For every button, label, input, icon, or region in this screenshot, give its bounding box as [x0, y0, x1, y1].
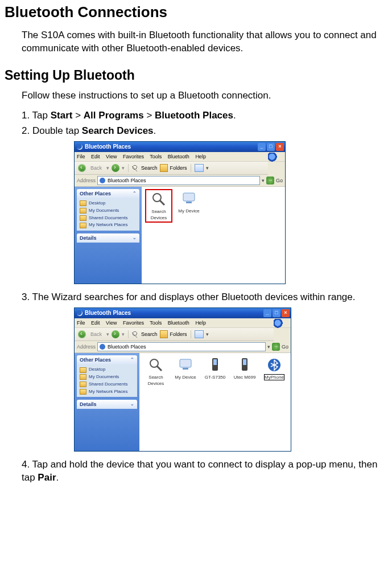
maximize-button[interactable]: □ [273, 309, 280, 317]
step-1: 1. Tap Start > All Programs > Bluetooth … [22, 109, 387, 122]
back-button[interactable]: Back [88, 163, 104, 173]
bluetooth-device-icon [266, 356, 283, 374]
menu-file[interactable]: File [77, 154, 85, 159]
minimize-button[interactable]: _ [263, 309, 271, 317]
addressbar: Address Bluetooth Places ▾ → Go [75, 175, 285, 187]
chevron-down-icon: ⌄ [130, 401, 134, 408]
section-title: Setting Up Bluetooth [5, 68, 387, 83]
toolbar-folders[interactable]: Folders [170, 331, 187, 338]
step-4: 4. Tap and hold the device that you want… [22, 458, 387, 485]
toolbar-search[interactable]: Search [141, 165, 158, 171]
chevron-up-icon: ⌃ [130, 357, 134, 363]
content-area: Search Devices My Device GT-S7350 [139, 353, 291, 451]
device-myphone[interactable]: MyPhone [262, 356, 286, 381]
panel-details[interactable]: Details ⌄ [77, 233, 139, 243]
chevron-up-icon: ⌃ [133, 191, 137, 197]
menu-bluetooth[interactable]: Bluetooth [168, 320, 189, 326]
device-my[interactable]: My Device [174, 356, 197, 381]
step-3: 3. The Wizard searches for and displays … [22, 291, 387, 304]
menu-view[interactable]: View [106, 154, 117, 159]
menu-help[interactable]: Help [195, 320, 206, 326]
device-my[interactable]: My Device [177, 190, 201, 215]
search-icon [132, 331, 139, 338]
step-2: 2. Double tap Search Devices. [22, 125, 387, 138]
toolbar-folders[interactable]: Folders [170, 165, 187, 171]
sidebar-item-shared[interactable]: Shared Documents [80, 381, 134, 388]
sidebar: Other Places ⌃ Desktop My Documents Shar… [75, 187, 142, 284]
sidebar-item-mydocs[interactable]: My Documents [80, 207, 137, 215]
device-phone-2[interactable]: Utec M699 [233, 356, 257, 381]
address-label: Address [77, 343, 96, 350]
folders-icon [160, 164, 168, 172]
close-button[interactable]: × [276, 143, 284, 151]
go-button[interactable]: → [266, 177, 274, 184]
toolbar-search[interactable]: Search [141, 331, 158, 338]
page-title: Bluetooth Connections [5, 3, 387, 21]
svg-point-4 [150, 359, 158, 367]
menubar: File Edit View Favorites Tools Bluetooth… [75, 152, 285, 162]
menu-edit[interactable]: Edit [91, 154, 100, 159]
menu-file[interactable]: File [77, 320, 85, 326]
close-button[interactable]: × [282, 309, 290, 317]
menu-edit[interactable]: Edit [91, 320, 100, 326]
phone-icon [207, 356, 224, 374]
menu-tools[interactable]: Tools [150, 320, 162, 326]
window-title: Bluetooth Places [85, 309, 262, 317]
search-devices-icon [150, 191, 167, 208]
panel-other-places[interactable]: Other Places ⌃ [77, 189, 139, 198]
svg-rect-3 [186, 202, 192, 203]
sidebar: Other Places ⌃ Desktop My Documents Shar… [75, 353, 139, 451]
app-icon [77, 144, 82, 150]
svg-rect-2 [183, 193, 195, 201]
device-search[interactable]: Search Devices [144, 356, 168, 387]
my-device-icon [180, 190, 197, 207]
app-icon [77, 310, 82, 316]
address-label: Address [77, 177, 96, 184]
views-icon[interactable] [195, 164, 204, 172]
svg-line-1 [160, 200, 164, 205]
search-icon [132, 165, 139, 171]
menu-favorites[interactable]: Favorites [123, 154, 144, 159]
toolbar: Back ▾ ▾ Search Folders ▾ [75, 162, 268, 175]
device-search[interactable]: Search Devices [146, 190, 171, 222]
sidebar-item-desktop[interactable]: Desktop [80, 366, 134, 374]
device-phone-1[interactable]: GT-S7350 [203, 356, 227, 381]
search-devices-icon [147, 356, 164, 374]
sidebar-item-desktop[interactable]: Desktop [80, 200, 137, 207]
go-button[interactable]: → [272, 343, 280, 351]
panel-details[interactable]: Details ⌄ [77, 400, 137, 409]
sidebar-item-network[interactable]: My Network Places [80, 388, 134, 396]
menu-tools[interactable]: Tools [150, 154, 162, 159]
menu-bluetooth[interactable]: Bluetooth [168, 154, 189, 159]
address-input[interactable]: Bluetooth Places [97, 342, 266, 351]
titlebar: Bluetooth Places _ □ × [75, 308, 291, 318]
folders-icon [160, 330, 168, 338]
bluetooth-icon [100, 178, 105, 183]
forward-button[interactable] [112, 330, 119, 338]
addressbar: Address Bluetooth Places ▾ → Go [75, 341, 291, 353]
back-button[interactable]: Back [88, 330, 104, 339]
forward-button[interactable] [112, 164, 119, 172]
menubar: File Edit View Favorites Tools Bluetooth… [75, 318, 291, 328]
svg-point-0 [153, 194, 161, 202]
ie-logo-icon [274, 319, 284, 329]
views-icon[interactable] [195, 330, 204, 338]
menu-help[interactable]: Help [195, 154, 206, 159]
sidebar-item-mydocs[interactable]: My Documents [80, 374, 134, 381]
ie-logo-icon [268, 153, 278, 163]
sidebar-item-shared[interactable]: Shared Documents [80, 215, 137, 222]
back-icon[interactable] [78, 330, 86, 338]
chevron-down-icon: ⌄ [133, 235, 137, 241]
address-input[interactable]: Bluetooth Places [97, 176, 260, 185]
panel-other-places[interactable]: Other Places ⌃ [77, 355, 137, 364]
menu-view[interactable]: View [106, 320, 117, 326]
maximize-button[interactable]: □ [267, 143, 275, 151]
minimize-button[interactable]: _ [258, 143, 266, 151]
svg-rect-11 [243, 359, 246, 365]
menu-favorites[interactable]: Favorites [123, 320, 144, 326]
svg-rect-6 [180, 359, 191, 367]
sidebar-item-network[interactable]: My Network Places [80, 222, 137, 229]
back-icon[interactable] [78, 164, 86, 172]
svg-rect-9 [213, 359, 217, 365]
content-area: Search Devices My Device [142, 187, 285, 284]
